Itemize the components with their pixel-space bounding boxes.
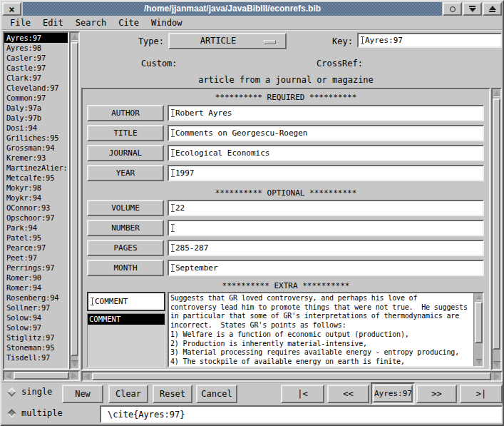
list-vertical-scrollbar[interactable]: [69, 31, 80, 370]
scroll-up-icon[interactable]: [493, 89, 500, 98]
nav-current-button[interactable]: Ayres:97: [373, 385, 413, 402]
field-input-number[interactable]: [168, 220, 484, 236]
list-item[interactable]: Common:97: [4, 93, 68, 103]
list-item[interactable]: Ayres:97: [4, 33, 68, 43]
field-label-month[interactable]: MONTH: [87, 260, 164, 276]
scroll-down-icon[interactable]: [71, 360, 78, 368]
window-menu-button[interactable]: [443, 2, 462, 16]
field-input-title[interactable]: Comments on Georgescu-Roegen: [168, 125, 484, 141]
scroll-down-icon[interactable]: [493, 360, 500, 369]
nav-last-button[interactable]: >|: [460, 385, 503, 403]
mode-single-radio[interactable]: single: [9, 387, 52, 397]
list-item[interactable]: MartinezAlier:9: [4, 163, 68, 173]
entry-type-description: article from a journal or magazine: [80, 75, 492, 85]
list-item[interactable]: Tisdell:97: [4, 353, 68, 362]
comment-scroll-thumb[interactable]: [475, 302, 483, 343]
form-scroll-thumb[interactable]: [493, 98, 500, 350]
field-label-pages[interactable]: PAGES: [87, 240, 164, 256]
list-item[interactable]: Moykr:94: [4, 193, 68, 203]
field-label-journal[interactable]: JOURNAL: [87, 145, 164, 161]
field-label-author[interactable]: AUTHOR: [87, 105, 164, 121]
key-input[interactable]: Ayres:97: [357, 33, 502, 48]
list-item[interactable]: Griliches:95: [4, 133, 68, 143]
list-item[interactable]: Opschoor:97: [4, 213, 68, 223]
list-item[interactable]: Mokyr:98: [4, 183, 68, 193]
list-item[interactable]: Stoneman:95: [4, 343, 68, 353]
menu-edit[interactable]: Edit: [43, 18, 63, 28]
form-horizontal-scrollbar[interactable]: [81, 371, 503, 382]
mode-single-label: single: [21, 387, 52, 397]
scroll-up-icon[interactable]: [71, 33, 78, 41]
scroll-left-icon[interactable]: [83, 372, 91, 380]
menu-search[interactable]: Search: [76, 18, 106, 28]
list-scroll-thumb[interactable]: [71, 42, 78, 356]
clear-button[interactable]: Clear: [108, 385, 148, 403]
form-vertical-scrollbar[interactable]: [491, 88, 502, 370]
scroll-up-icon[interactable]: [475, 293, 483, 301]
scroll-left-icon[interactable]: [4, 372, 13, 380]
scroll-right-icon[interactable]: [70, 372, 78, 380]
comment-textarea[interactable]: Suggests that GR loved controversy, and …: [168, 292, 484, 367]
list-item[interactable]: Solow:94: [4, 313, 68, 323]
list-horizontal-scrollbar[interactable]: [3, 370, 80, 381]
list-item[interactable]: Romer:94: [4, 283, 68, 293]
list-item[interactable]: Metcalfe:95: [4, 173, 68, 183]
scroll-right-icon[interactable]: [493, 372, 501, 380]
extra-field-name-input[interactable]: COMMENT: [87, 292, 165, 311]
list-item[interactable]: Casler:97: [4, 53, 68, 63]
list-item[interactable]: Solow:97: [4, 323, 68, 333]
new-button[interactable]: New: [62, 385, 103, 403]
nav-first-button[interactable]: |<: [281, 385, 324, 403]
extra-field-list[interactable]: COMMENT: [87, 313, 165, 367]
field-input-author[interactable]: Robert Ayres: [168, 105, 484, 121]
field-label-number[interactable]: NUMBER: [87, 220, 164, 236]
list-item[interactable]: Grossman:94: [4, 143, 68, 153]
nav-prev-button[interactable]: <<: [327, 385, 369, 403]
list-item[interactable]: Patel:95: [4, 233, 68, 243]
list-item[interactable]: Daly:97a: [4, 103, 68, 113]
list-item[interactable]: Ayres:98: [4, 43, 68, 53]
reset-button[interactable]: Reset: [153, 385, 192, 403]
list-item[interactable]: Stiglitz:97: [4, 333, 68, 343]
form-hscroll-thumb[interactable]: [92, 372, 491, 380]
field-input-month[interactable]: September: [168, 260, 484, 276]
list-item[interactable]: Rosenberg:94: [4, 293, 68, 303]
field-input-year[interactable]: 1997: [168, 165, 484, 181]
maximize-button[interactable]: [483, 2, 502, 16]
menu-window[interactable]: Window: [151, 18, 182, 28]
field-input-pages[interactable]: 285-287: [168, 240, 484, 256]
scroll-down-icon[interactable]: [475, 358, 483, 366]
close-button[interactable]: ×: [2, 2, 21, 16]
list-hscroll-thumb[interactable]: [14, 372, 69, 380]
list-item[interactable]: Daly:97b: [4, 113, 68, 123]
list-item[interactable]: Cleveland:97: [4, 83, 68, 93]
field-input-journal[interactable]: Ecological Economics: [168, 145, 484, 161]
list-item[interactable]: Kremer:93: [4, 153, 68, 163]
nav-next-button[interactable]: >>: [416, 385, 457, 403]
window-title[interactable]: /home/jjanmaat/java/JavaBibIII/econrefs.…: [23, 2, 442, 16]
mode-multiple-radio[interactable]: multiple: [9, 408, 63, 418]
type-option-menu[interactable]: ARTICLE: [168, 33, 287, 49]
list-item[interactable]: Castle:97: [4, 63, 68, 73]
text-cursor: [171, 224, 175, 232]
field-input-volume[interactable]: 22: [168, 200, 484, 216]
field-label-volume[interactable]: VOLUME: [87, 200, 164, 216]
list-item[interactable]: Peet:97: [4, 253, 68, 263]
list-item[interactable]: Dosi:94: [4, 123, 68, 133]
field-label-year[interactable]: YEAR: [87, 165, 164, 181]
list-item[interactable]: Sollner:97: [4, 303, 68, 313]
list-item[interactable]: Pearce:97: [4, 243, 68, 253]
list-item[interactable]: OConnor:93: [4, 203, 68, 213]
list-item[interactable]: Perrings:97: [4, 263, 68, 273]
cite-command-field[interactable]: \cite{Ayres:97}: [100, 405, 503, 423]
list-item[interactable]: Clark:97: [4, 73, 68, 83]
iconify-button[interactable]: [463, 2, 482, 16]
cancel-button[interactable]: Cancel: [196, 385, 237, 403]
field-label-title[interactable]: TITLE: [87, 125, 164, 141]
extra-field-list-item[interactable]: COMMENT: [88, 314, 165, 325]
menu-file[interactable]: File: [10, 18, 31, 28]
list-item[interactable]: Park:94: [4, 223, 68, 233]
menu-cite[interactable]: Cite: [118, 18, 139, 28]
list-item[interactable]: Romer:90: [4, 273, 68, 283]
comment-scrollbar[interactable]: [473, 293, 483, 366]
